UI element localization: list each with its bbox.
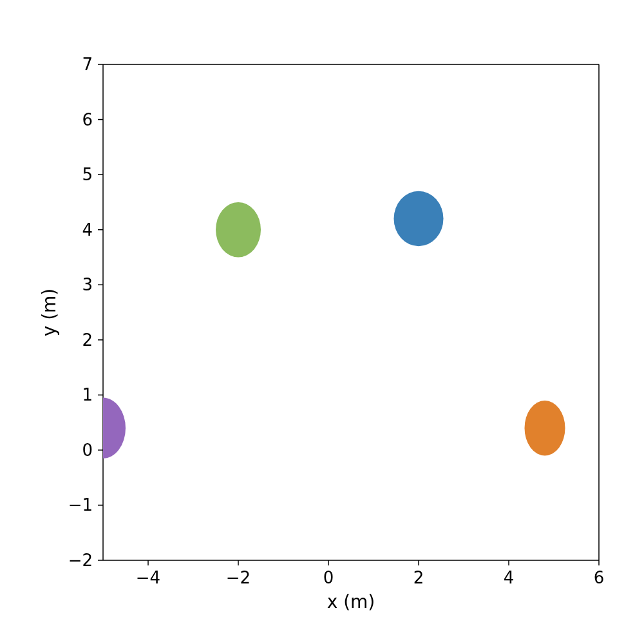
x-tick-label: 4 [504,568,515,587]
y-tick-label: 6 [82,110,93,129]
y-tick-label: 1 [82,385,93,404]
chart-svg: −4−20246−2−101234567x (m)y (m) [0,0,644,644]
x-tick-label: 6 [594,568,605,587]
x-tick-label: −2 [226,568,251,587]
marker-green [216,202,261,258]
y-tick-label: 3 [82,275,93,294]
scatter-chart: −4−20246−2−101234567x (m)y (m) [0,0,644,644]
y-tick-label: −1 [68,495,93,515]
markers-group [80,191,565,459]
x-tick-label: 0 [323,568,334,587]
y-tick-label: 4 [82,220,93,240]
x-tick-label: −4 [136,568,160,587]
y-tick-label: −2 [68,551,93,570]
y-tick-label: 0 [82,440,93,460]
y-tick-label: 5 [82,165,93,184]
y-axis-title: y (m) [39,289,60,337]
marker-blue [394,191,444,247]
y-tick-label: 2 [82,330,93,350]
marker-orange [525,401,565,456]
x-tick-label: 2 [413,568,424,587]
x-axis-title: x (m) [327,591,375,612]
y-tick-label: 7 [82,55,93,74]
